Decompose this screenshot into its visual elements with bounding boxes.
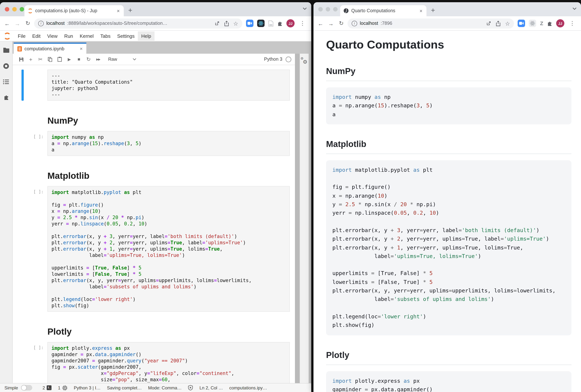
extension-manager-icon[interactable] [3, 94, 9, 100]
chevron-down-icon[interactable] [303, 7, 307, 10]
terminal-count[interactable]: 2 [42, 385, 45, 390]
cell-collapser[interactable] [22, 70, 24, 101]
kernel-count[interactable]: 1 [58, 385, 60, 390]
raw-cell[interactable]: ---title: "Quarto Computations"jupyter: … [22, 70, 290, 101]
window-zoom-button[interactable] [20, 7, 24, 11]
paste-cells-button[interactable] [55, 57, 64, 62]
file-browser-icon[interactable] [3, 47, 10, 53]
restart-run-all-button[interactable]: ▶▶ [94, 58, 103, 61]
reload-icon[interactable]: ↻ [337, 20, 345, 27]
window-close-button[interactable] [5, 7, 9, 11]
bookmark-star-icon[interactable]: ☆ [233, 20, 238, 26]
address-bar[interactable]: i localhost :8889/lab/workspaces/auto-S/… [34, 18, 242, 28]
restart-kernel-button[interactable]: ↻ [84, 56, 94, 62]
cell-collapser[interactable] [22, 324, 24, 337]
add-cell-button[interactable]: + [26, 56, 36, 62]
info-icon[interactable]: i [38, 20, 44, 26]
extensions-puzzle-icon[interactable] [277, 20, 283, 26]
table-of-contents-icon[interactable] [3, 79, 9, 84]
profile-avatar[interactable]: JJ [286, 19, 294, 27]
menu-run[interactable]: Run [61, 31, 76, 40]
copy-cells-button[interactable] [45, 57, 55, 62]
browser-menu-icon[interactable]: ⋮ [298, 20, 307, 27]
menu-tabs[interactable]: Tabs [97, 31, 114, 40]
forward-icon[interactable]: → [327, 20, 335, 26]
react-devtools-extension-icon[interactable] [257, 20, 264, 27]
reload-icon[interactable]: ↻ [24, 20, 32, 27]
code-cell-plotly[interactable]: [ ]: import plotly.express as pxgapminde… [22, 342, 290, 383]
back-icon[interactable]: ← [3, 20, 11, 26]
open-in-new-icon[interactable] [214, 21, 220, 26]
share-icon[interactable] [224, 20, 229, 26]
running-terminals-icon[interactable] [3, 63, 9, 69]
browser-menu-icon[interactable]: ⋮ [568, 20, 576, 27]
menu-settings[interactable]: Settings [114, 31, 138, 40]
code-editor[interactable]: import matplotlib.pyplot as plt fig = pl… [48, 186, 290, 312]
simple-mode-toggle[interactable] [21, 385, 32, 391]
desktop: computations.ip (auto-S) - Jup × + ← → ↻… [0, 0, 581, 392]
run-cell-button[interactable]: ▶ [64, 57, 74, 62]
browser-tab-quarto[interactable]: Quarto Computations × [340, 5, 426, 16]
forward-icon[interactable]: → [13, 20, 22, 26]
info-icon[interactable]: i [352, 20, 357, 26]
chevron-down-icon[interactable] [572, 7, 576, 10]
cell-collapser[interactable] [22, 131, 24, 156]
markdown-cell[interactable]: NumPy [22, 113, 290, 126]
kernel-indicator[interactable]: Python 3 [264, 56, 291, 62]
window-scrollbar-track[interactable] [309, 54, 311, 383]
raw-cell-editor[interactable]: ---title: "Quarto Computations"jupyter: … [48, 70, 290, 101]
menu-help[interactable]: Help [138, 31, 154, 40]
right-sidebar-strip[interactable]: ⚙⚙ [300, 54, 309, 383]
interrupt-kernel-button[interactable]: ■ [74, 57, 84, 62]
share-icon[interactable] [496, 20, 500, 26]
open-in-new-icon[interactable] [486, 21, 491, 26]
extensions-puzzle-icon[interactable] [547, 20, 552, 26]
notebook-tab[interactable]: computations.ipynb × [14, 42, 86, 54]
save-button[interactable] [16, 57, 26, 62]
tab-close-icon[interactable]: × [116, 8, 120, 13]
cursor-position[interactable]: Ln 2, Col … [200, 385, 223, 390]
cell-collapser[interactable] [22, 169, 24, 181]
command-mode-indicator[interactable]: Mode: Comma… [148, 385, 182, 390]
menu-view[interactable]: View [44, 31, 61, 40]
react-devtools-extension-icon[interactable] [529, 20, 536, 27]
notebook-scroll-area[interactable]: ---title: "Quarto Computations"jupyter: … [12, 65, 295, 383]
code-cell-numpy[interactable]: [ ]: import numpy as npa = np.arange(15)… [22, 131, 290, 156]
window-minimize-button[interactable] [12, 7, 17, 11]
code-editor[interactable]: import plotly.express as pxgapminder = p… [48, 342, 290, 383]
new-tab-button[interactable]: + [128, 7, 132, 14]
window-zoom-button[interactable] [333, 7, 338, 11]
trust-shield-icon[interactable] [188, 385, 193, 391]
tab-close-icon[interactable]: × [419, 8, 423, 13]
numpy-heading: NumPy [48, 116, 290, 126]
code-editor[interactable]: import numpy as npa = np.arange(15).resh… [48, 131, 290, 156]
cell-type-dropdown[interactable]: Raw [108, 57, 136, 62]
back-icon[interactable]: ← [316, 20, 324, 26]
browser-tab-jupyter[interactable]: computations.ip (auto-S) - Jup × [24, 5, 124, 16]
kernel-status-text[interactable]: Python 3 | I… [74, 385, 100, 390]
document-extension-icon[interactable] [268, 20, 274, 26]
zoom-extension-icon[interactable] [518, 20, 525, 27]
profile-avatar[interactable]: JJ [556, 19, 564, 27]
z-extension-icon[interactable]: Z [540, 20, 543, 26]
menu-file[interactable]: File [14, 31, 29, 40]
menu-edit[interactable]: Edit [29, 31, 44, 40]
address-bar[interactable]: i localhost :7896 ☆ [348, 18, 514, 28]
zoom-extension-icon[interactable] [246, 20, 254, 27]
cell-collapser[interactable] [22, 186, 24, 312]
markdown-cell[interactable]: Plotly [22, 324, 290, 337]
window-minimize-button[interactable] [326, 7, 330, 11]
menu-kernel[interactable]: Kernel [76, 31, 97, 40]
bookmark-star-icon[interactable]: ☆ [505, 20, 510, 26]
markdown-cell[interactable]: Matplotlib [22, 169, 290, 181]
notebook-tab-title: computations.ipynb [24, 46, 64, 51]
quarto-page[interactable]: Quarto Computations NumPy import numpy a… [314, 31, 581, 392]
cell-collapser[interactable] [22, 342, 24, 383]
code-cell-matplotlib[interactable]: [ ]: import matplotlib.pyplot as plt fig… [22, 186, 290, 312]
window-close-button[interactable] [318, 7, 323, 11]
notebook-tab-close-icon[interactable]: × [80, 46, 83, 51]
browser-tab-strip-right: Quarto Computations × + [314, 2, 581, 16]
cut-cells-button[interactable]: ✂ [36, 56, 45, 62]
cell-collapser[interactable] [22, 113, 24, 126]
new-tab-button[interactable]: + [431, 7, 435, 14]
